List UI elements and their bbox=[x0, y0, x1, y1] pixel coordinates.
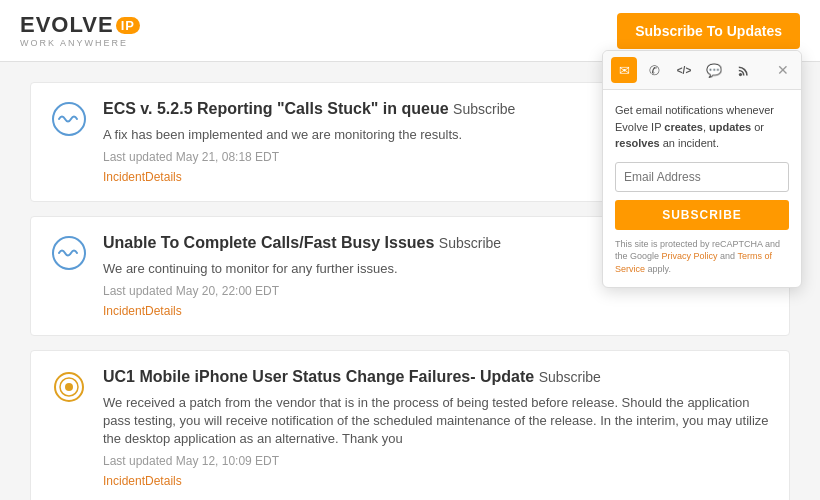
logo-evolve: EVOLVE bbox=[20, 12, 114, 37]
popup-tab-bar: ✉ ✆ </> 💬 ✕ bbox=[603, 51, 801, 90]
tab-phone[interactable]: ✆ bbox=[641, 57, 667, 83]
recaptcha-notice: This site is protected by reCAPTCHA and … bbox=[615, 238, 789, 276]
logo-text: EVOLVEIP bbox=[20, 14, 140, 36]
incident-icon-circle bbox=[51, 369, 87, 405]
incident-subscribe-link[interactable]: Subscribe bbox=[539, 369, 601, 385]
popup-description: Get email notifications whenever Evolve … bbox=[615, 102, 789, 152]
incident-details-link[interactable]: IncidentDetails bbox=[103, 474, 182, 488]
email-input[interactable] bbox=[615, 162, 789, 192]
incident-last-updated: Last updated May 12, 10:09 EDT bbox=[103, 454, 769, 468]
popup-body: Get email notifications whenever Evolve … bbox=[603, 90, 801, 287]
svg-point-4 bbox=[65, 383, 73, 391]
subscribe-to-updates-button[interactable]: Subscribe To Updates bbox=[617, 13, 800, 49]
incident-icon-wave bbox=[51, 101, 87, 137]
svg-point-0 bbox=[53, 103, 85, 135]
incident-body: UC1 Mobile iPhone User Status Change Fai… bbox=[103, 367, 769, 489]
tab-webhook[interactable]: </> bbox=[671, 57, 697, 83]
incident-item: UC1 Mobile iPhone User Status Change Fai… bbox=[30, 350, 790, 500]
incident-details-link[interactable]: IncidentDetails bbox=[103, 304, 182, 318]
logo: EVOLVEIP WORK ANYWHERE bbox=[20, 14, 140, 48]
privacy-policy-link[interactable]: Privacy Policy bbox=[662, 251, 718, 261]
svg-point-5 bbox=[738, 72, 741, 75]
incident-subscribe-link[interactable]: Subscribe bbox=[453, 101, 515, 117]
svg-point-1 bbox=[53, 237, 85, 269]
tab-chat[interactable]: 💬 bbox=[701, 57, 727, 83]
incident-description: We received a patch from the vendor that… bbox=[103, 394, 769, 449]
logo-subtitle: WORK ANYWHERE bbox=[20, 38, 128, 48]
incident-subscribe-link[interactable]: Subscribe bbox=[439, 235, 501, 251]
subscribe-popup: ✉ ✆ </> 💬 ✕ Get email notifications when… bbox=[602, 50, 802, 288]
incident-title: UC1 Mobile iPhone User Status Change Fai… bbox=[103, 367, 769, 388]
popup-subscribe-button[interactable]: SUBSCRIBE bbox=[615, 200, 789, 230]
tab-email[interactable]: ✉ bbox=[611, 57, 637, 83]
tab-rss[interactable] bbox=[731, 57, 757, 83]
popup-close-button[interactable]: ✕ bbox=[773, 60, 793, 80]
logo-ip-badge: IP bbox=[116, 17, 140, 34]
incident-details-link[interactable]: IncidentDetails bbox=[103, 170, 182, 184]
incident-icon-wave bbox=[51, 235, 87, 271]
